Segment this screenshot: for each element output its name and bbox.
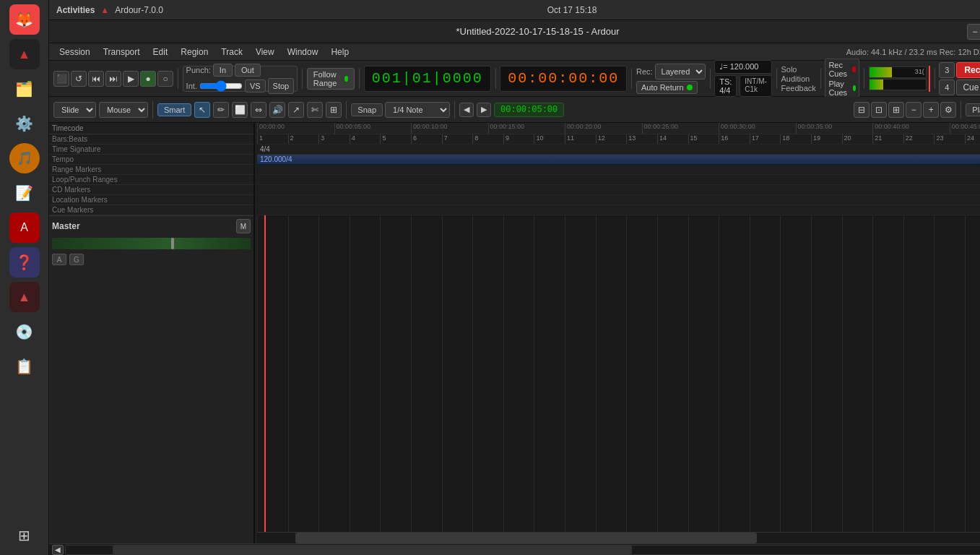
datetime-label: Oct 17 15:18 bbox=[547, 5, 597, 15]
timecode-ruler[interactable]: 00:00:00 00:00:05:00 00:00:10:00 00:00:1… bbox=[257, 123, 980, 134]
minimize-button[interactable]: − bbox=[967, 24, 980, 40]
rec-mode-select[interactable]: Layered bbox=[655, 64, 706, 79]
taskbar-ardour[interactable]: ▲ bbox=[9, 39, 40, 69]
taskbar-appstore[interactable]: A bbox=[9, 212, 40, 243]
vs-button[interactable]: VS bbox=[245, 79, 266, 92]
location-markers-ruler[interactable] bbox=[257, 195, 980, 205]
cue-button[interactable]: Cue bbox=[956, 79, 980, 95]
menu-window[interactable]: Window bbox=[282, 46, 324, 59]
grid-tool[interactable]: ⊞ bbox=[326, 102, 342, 118]
note-value-select[interactable]: 1/4 Note bbox=[385, 102, 450, 118]
pointer-tool[interactable]: ↖ bbox=[194, 102, 210, 118]
master-a-button[interactable]: A bbox=[52, 254, 66, 265]
menu-help[interactable]: Help bbox=[325, 46, 355, 59]
cd-markers-ruler[interactable] bbox=[257, 185, 980, 195]
taskbar-firefox[interactable]: 🦊 bbox=[9, 4, 40, 35]
panel-num-4[interactable]: 4 bbox=[939, 79, 955, 95]
zoom-fit[interactable]: ⊡ bbox=[871, 102, 887, 118]
menu-track[interactable]: Track bbox=[215, 46, 248, 59]
rec-button[interactable]: Rec bbox=[956, 62, 980, 78]
taskbar-music[interactable]: 🎵 bbox=[9, 143, 40, 173]
bpm-display[interactable]: ♩= 120.000 bbox=[714, 60, 772, 74]
slide-select[interactable]: Slide bbox=[53, 102, 96, 118]
loop-punch-ruler[interactable] bbox=[257, 175, 980, 185]
main-scrollbar-thumb[interactable] bbox=[113, 546, 632, 554]
auto-return-button[interactable]: Auto Return bbox=[636, 81, 698, 94]
erase-tool[interactable]: ⬜ bbox=[232, 102, 248, 118]
range-markers-ruler[interactable] bbox=[257, 165, 980, 175]
menu-view[interactable]: View bbox=[250, 46, 280, 59]
taskbar-ardour2[interactable]: ▲ bbox=[9, 282, 40, 312]
menu-edit[interactable]: Edit bbox=[147, 46, 174, 59]
menu-session[interactable]: Session bbox=[53, 46, 96, 59]
gl-4 bbox=[380, 215, 411, 532]
play-icon[interactable]: ▶ bbox=[123, 71, 139, 87]
monitor-slider[interactable] bbox=[199, 82, 243, 90]
prev-marker-button[interactable]: ◀ bbox=[459, 103, 474, 117]
location-markers-label: Location Markers bbox=[49, 195, 253, 205]
window-title: *Untitled-2022-10-17-15-18-15 - Ardour bbox=[456, 26, 619, 37]
menu-region[interactable]: Region bbox=[175, 46, 214, 59]
cue-markers-text: Cue Markers bbox=[52, 206, 93, 214]
audition-tool[interactable]: 🔊 bbox=[269, 102, 285, 118]
taskbar-files2[interactable]: 📋 bbox=[9, 351, 40, 382]
fader-bg bbox=[52, 238, 251, 249]
taskbar-dvd[interactable]: 💿 bbox=[9, 317, 40, 347]
menu-transport[interactable]: Transport bbox=[97, 46, 146, 59]
activities-label[interactable]: Activities bbox=[56, 5, 95, 15]
zoom-in[interactable]: − bbox=[906, 102, 922, 118]
scroll-left-button[interactable]: ◀ bbox=[52, 545, 64, 555]
loop-play-icon[interactable]: ○ bbox=[157, 71, 173, 87]
grid-lines bbox=[257, 215, 980, 532]
bars-beats-display[interactable]: 001|01|0000 bbox=[364, 66, 491, 92]
edit-content-tool[interactable]: ✄ bbox=[307, 102, 323, 118]
horizontal-scrollbar[interactable] bbox=[257, 532, 980, 543]
master-g-button[interactable]: G bbox=[69, 254, 84, 265]
loop-icon[interactable]: ↺ bbox=[71, 71, 87, 87]
midi-icon[interactable]: ⬛ bbox=[53, 71, 69, 87]
tempo-label: Tempo bbox=[52, 155, 74, 163]
taskbar-grid[interactable]: ⊞ bbox=[9, 520, 40, 551]
draw-tool[interactable]: ✏ bbox=[213, 102, 229, 118]
master-m-button[interactable]: M bbox=[236, 219, 251, 233]
panel-num-3[interactable]: 3 bbox=[939, 62, 955, 78]
mouse-select[interactable]: Mouse bbox=[99, 102, 148, 118]
zoom-out[interactable]: + bbox=[923, 102, 939, 118]
zoom-tool[interactable]: ⊟ bbox=[854, 102, 870, 118]
taskbar-settings[interactable]: ⚙️ bbox=[9, 108, 40, 139]
next-marker-button[interactable]: ▶ bbox=[477, 103, 491, 117]
timecode-display[interactable]: 00:00:00:00 bbox=[500, 66, 627, 92]
zoom-full[interactable]: ⊞ bbox=[888, 102, 904, 118]
taskbar-files[interactable]: 🗂️ bbox=[9, 74, 40, 104]
range-tool[interactable]: ⇔ bbox=[251, 102, 266, 118]
toolbar-timecode[interactable]: 00:00:05:00 bbox=[494, 103, 564, 117]
tempo-ruler-label: Tempo bbox=[49, 155, 253, 165]
smart-mode-button[interactable]: Smart bbox=[157, 103, 191, 116]
velocity-tool[interactable]: ↗ bbox=[288, 102, 304, 118]
track-grid[interactable] bbox=[257, 215, 980, 532]
playhead-button[interactable]: Playhead ▼ bbox=[966, 103, 980, 116]
cue-markers-ruler[interactable] bbox=[257, 205, 980, 215]
snap-button[interactable]: Snap bbox=[351, 103, 383, 116]
bb-3: 3 bbox=[318, 134, 350, 144]
bars-beats-ruler[interactable]: 1 2 3 4 5 6 7 8 9 10 11 12 13 14 15 16 1 bbox=[257, 134, 980, 145]
punch-out-button[interactable]: Out bbox=[235, 64, 261, 77]
gl-3 bbox=[350, 215, 381, 532]
stop-button[interactable]: Stop bbox=[268, 78, 295, 94]
settings-tool[interactable]: ⚙ bbox=[940, 102, 956, 118]
go-end-icon[interactable]: ⏭ bbox=[105, 71, 121, 87]
zoom-buttons: ⊟ ⊡ ⊞ − + ⚙ bbox=[854, 102, 956, 118]
taskbar-help[interactable]: ❓ bbox=[9, 247, 40, 278]
solo-label: Solo bbox=[781, 65, 797, 74]
scrollbar-thumb[interactable] bbox=[295, 533, 757, 543]
record-icon[interactable]: ● bbox=[140, 71, 156, 87]
time-sig-ruler[interactable]: 4/4 bbox=[257, 145, 980, 155]
punch-in-button[interactable]: In bbox=[213, 64, 233, 77]
master-fader[interactable] bbox=[52, 238, 251, 249]
ts-display[interactable]: TS: 4/4 bbox=[714, 75, 737, 97]
follow-range-button[interactable]: Follow Range bbox=[307, 68, 355, 90]
main-scrollbar[interactable] bbox=[65, 545, 980, 555]
go-start-icon[interactable]: ⏮ bbox=[88, 71, 104, 87]
taskbar-text[interactable]: 📝 bbox=[9, 178, 40, 208]
tempo-ruler[interactable]: 120.000/4 bbox=[257, 155, 980, 165]
